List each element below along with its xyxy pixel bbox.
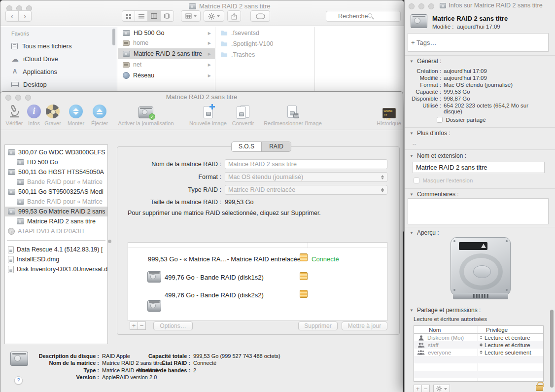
coverflow-view-button[interactable] <box>161 11 173 21</box>
section-name-extension[interactable]: ▼ Nom et extension : <box>410 152 466 159</box>
section-comments[interactable]: ▼ Commentaires : <box>410 191 459 198</box>
column-view-button[interactable] <box>148 11 161 21</box>
permission-row[interactable]: Diskeom (Moi) Lecture et écriture <box>414 334 543 341</box>
volume-icon <box>17 179 24 185</box>
section-sharing-permissions[interactable]: ▼ Partage et permissions : <box>410 307 481 314</box>
tags-button[interactable] <box>250 10 270 22</box>
help-button[interactable]: ? <box>14 376 23 385</box>
icon-view-button[interactable] <box>122 11 135 21</box>
column-header-name: Nom <box>429 327 441 333</box>
info-scrollbar[interactable] <box>550 310 554 388</box>
section-general[interactable]: ▼ Général : <box>410 58 441 65</box>
options-button[interactable]: Options… <box>153 321 193 330</box>
tab-raid[interactable]: RAID <box>261 142 291 151</box>
enable-journaling-button[interactable]: ✓ Activer la journalisation <box>114 102 178 126</box>
column-item-hd500[interactable]: HD 500 Go ▶ <box>118 28 215 38</box>
modified-value: aujourd'hui 17:09 <box>457 24 500 30</box>
tags-input[interactable] <box>408 33 549 52</box>
hide-extension-checkbox[interactable]: Masquer l'extension <box>414 178 473 183</box>
everyone-icon <box>417 350 425 355</box>
section-preview[interactable]: ▼ Aperçu : <box>410 229 439 236</box>
eject-button[interactable]: Éjecter <box>85 102 114 126</box>
image-file-row[interactable]: Data Rescue 4.1 (5142.83.19) [ <box>5 245 107 254</box>
stepper-icon[interactable] <box>480 351 483 354</box>
disclosure-triangle-icon[interactable]: ▼ <box>410 131 414 136</box>
stepper-icon[interactable] <box>480 343 483 347</box>
column-item-trashes[interactable]: .Trashes <box>215 49 314 60</box>
remove-raid-button[interactable]: − <box>138 321 146 330</box>
tab-sos[interactable]: S.O.S <box>232 142 261 151</box>
device-row[interactable]: 500,11 Go HGST HTS545050A <box>5 167 107 177</box>
volume-row[interactable]: HD 500 Go <box>5 157 107 167</box>
column-item-net[interactable]: net ▶ <box>118 59 215 70</box>
raid-slice-row[interactable]: Bande RAID pour « Matrice <box>5 197 107 207</box>
column-item-home[interactable]: home ▶ <box>118 37 215 48</box>
shared-folder-checkbox[interactable]: Dossier partagé <box>437 117 486 123</box>
raid-slice-row[interactable]: Bande RAID pour « Matrice <box>5 177 107 187</box>
device-row[interactable]: 300,07 Go WDC WD3000GLFS <box>5 147 107 157</box>
image-file-row[interactable]: Disk Inventory-DIX1.0Universal.d <box>5 264 107 274</box>
info-window-title: Infos sur Matrice RAID 2 sans titre <box>405 2 555 9</box>
disclosure-triangle-icon[interactable]: ▼ <box>410 231 414 235</box>
device-row[interactable]: 500,11 Go ST9500325AS Medi <box>5 187 107 197</box>
splitter-handle[interactable] <box>108 240 111 243</box>
sidebar-scrollbar[interactable] <box>112 29 115 45</box>
folder-icon <box>220 52 228 58</box>
burn-icon <box>46 105 60 118</box>
disclosure-triangle-icon[interactable]: ▼ <box>410 154 414 158</box>
general-value: Mac OS étendu (journalisé) <box>444 82 548 88</box>
forward-button[interactable]: › <box>18 10 32 22</box>
convert-button[interactable]: Convertir <box>226 102 260 126</box>
name-extension-input[interactable] <box>413 162 545 173</box>
raid-name-input[interactable] <box>225 159 387 169</box>
image-file-row[interactable]: InstallESD.dmg <box>5 254 107 264</box>
general-value: 999,53 Go <box>444 89 548 95</box>
update-button[interactable]: Mettre à jour <box>342 321 387 330</box>
view-mode-control[interactable] <box>122 10 174 22</box>
permission-row[interactable]: everyone Lecture seulement <box>414 349 543 356</box>
column-item-spotlight[interactable]: .Spotlight-V100 <box>215 38 314 49</box>
resize-image-button[interactable]: Redimensionner l'image <box>261 102 325 126</box>
format-select[interactable]: Mac OS étendu (journalisé) <box>225 172 387 182</box>
add-permission-button[interactable]: + <box>414 385 422 392</box>
permissions-table: Nom Privilège Diskeom (Moi) Lecture et é… <box>414 325 544 382</box>
column-item-fseventsd[interactable]: .fseventsd <box>215 28 314 38</box>
stepper-icon[interactable] <box>480 336 483 339</box>
history-button[interactable]: WARNI4Y 7:36 Historique <box>372 102 406 126</box>
optical-drive-row[interactable]: ATAPI DVD A DH20A3H <box>5 226 107 236</box>
delete-button[interactable]: Supprimer <box>298 321 338 330</box>
raid-member-entry[interactable]: 499,76 Go - Bande RAID (disk1s2) <box>165 274 264 281</box>
volume-row[interactable]: Matrice RAID 2 sans titre <box>5 216 107 226</box>
permissions-action-button[interactable] <box>433 385 450 392</box>
section-divider <box>405 149 555 150</box>
back-button[interactable]: ‹ <box>5 10 19 22</box>
search-input[interactable] <box>326 11 401 22</box>
checkbox-icon[interactable] <box>414 178 419 183</box>
sidebar-item-icloud-drive[interactable]: ☁ iCloud Drive <box>0 53 117 65</box>
add-raid-button[interactable]: + <box>130 321 138 330</box>
raid-set-entry[interactable]: 999,53 Go - « Matrice RA…- Matrice RAID … <box>148 255 301 263</box>
share-button[interactable] <box>227 10 241 22</box>
sidebar-item-desktop[interactable]: Desktop <box>0 78 117 90</box>
disclosure-triangle-icon[interactable]: ▼ <box>410 308 414 313</box>
disclosure-triangle-icon[interactable]: ▼ <box>410 192 414 197</box>
lock-icon[interactable] <box>536 385 543 391</box>
new-image-button[interactable]: Nouvelle image <box>183 102 233 126</box>
raid-set-row-selected[interactable]: 999,53 Go Matrice RAID 2 sans <box>5 207 107 216</box>
raid-member-entry[interactable]: 499,76 Go - Bande RAID (disk2s2) <box>165 291 264 299</box>
comments-textarea[interactable] <box>408 198 549 224</box>
column-item-reseau[interactable]: Réseau ▶ <box>118 70 215 81</box>
sidebar-item-applications[interactable]: A Applications <box>0 66 117 77</box>
list-view-button[interactable] <box>135 11 148 21</box>
raid-type-select[interactable]: Matrice RAID entrelacée <box>225 185 387 195</box>
permission-row[interactable]: staff Lecture et écriture <box>414 341 543 349</box>
section-more-info[interactable]: ▼ Plus d'infos : <box>410 130 451 137</box>
action-menu-button[interactable] <box>204 10 224 22</box>
disclosure-triangle-icon[interactable]: ▼ <box>410 59 414 64</box>
remove-permission-button[interactable]: − <box>421 385 430 392</box>
disk-icon <box>147 300 161 312</box>
sidebar-item-tous-mes-fichiers[interactable]: Tous mes fichiers <box>0 40 117 52</box>
checkbox-icon[interactable] <box>437 117 443 123</box>
column-item-matrice-raid[interactable]: Matrice RAID 2 sans titre ▶ <box>118 48 215 59</box>
arrange-menu-button[interactable] <box>181 10 201 22</box>
